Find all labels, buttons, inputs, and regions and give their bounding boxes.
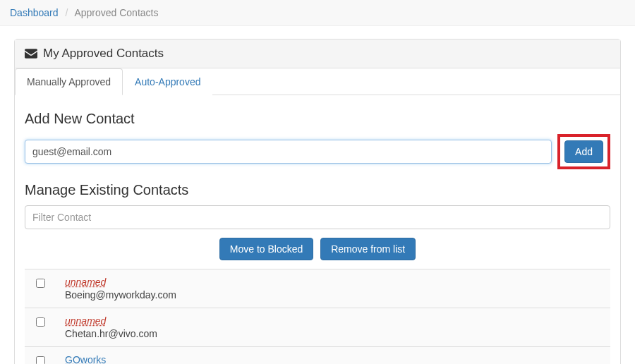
breadcrumb: Dashboard / Approved Contacts xyxy=(0,0,635,26)
contact-list: unnamedBoeing@myworkday.comunnamedChetan… xyxy=(25,269,610,364)
manage-heading: Manage Existing Contacts xyxy=(25,182,610,198)
contact-row: unnamedBoeing@myworkday.com xyxy=(25,269,610,308)
contact-info: unnamedChetan.hr@vivo.com xyxy=(65,315,157,339)
breadcrumb-dashboard[interactable]: Dashboard xyxy=(10,7,59,18)
tab-auto-approved[interactable]: Auto-Approved xyxy=(123,68,212,95)
add-contact-input[interactable] xyxy=(25,140,552,164)
bulk-actions: Move to Blocked Remove from list xyxy=(25,238,610,260)
contact-info: unnamedBoeing@myworkday.com xyxy=(65,277,176,301)
contact-checkbox[interactable] xyxy=(36,279,45,288)
panel-title: My Approved Contacts xyxy=(43,47,164,61)
contact-info: GOworksGOworks@greyorange.com xyxy=(65,354,188,364)
tabs: Manually Approved Auto-Approved xyxy=(15,68,620,95)
panel-body: Add New Contact Add Manage Existing Cont… xyxy=(15,95,620,364)
remove-from-list-button[interactable]: Remove from list xyxy=(320,238,416,260)
contact-checkbox[interactable] xyxy=(36,317,45,327)
contact-name[interactable]: GOworks xyxy=(65,354,188,364)
approved-contacts-panel: My Approved Contacts Manually Approved A… xyxy=(14,39,621,364)
contact-email: Boeing@myworkday.com xyxy=(65,289,176,301)
add-button-highlight: Add xyxy=(557,134,610,169)
contact-row: unnamedChetan.hr@vivo.com xyxy=(25,308,610,347)
add-button[interactable]: Add xyxy=(564,140,603,163)
add-contact-heading: Add New Contact xyxy=(25,111,610,127)
contact-row: GOworksGOworks@greyorange.com xyxy=(25,347,610,364)
breadcrumb-current: Approved Contacts xyxy=(74,7,158,18)
move-to-blocked-button[interactable]: Move to Blocked xyxy=(219,238,314,260)
contact-email: Chetan.hr@vivo.com xyxy=(65,328,157,339)
panel-header: My Approved Contacts xyxy=(15,40,620,68)
envelope-icon xyxy=(25,49,37,59)
contact-checkbox[interactable] xyxy=(36,356,45,364)
filter-contact-input[interactable] xyxy=(25,205,610,229)
contact-name[interactable]: unnamed xyxy=(65,315,157,327)
tab-manually-approved[interactable]: Manually Approved xyxy=(15,68,123,95)
contact-name[interactable]: unnamed xyxy=(65,277,176,288)
breadcrumb-separator: / xyxy=(65,7,68,18)
add-contact-row: Add xyxy=(25,134,610,169)
